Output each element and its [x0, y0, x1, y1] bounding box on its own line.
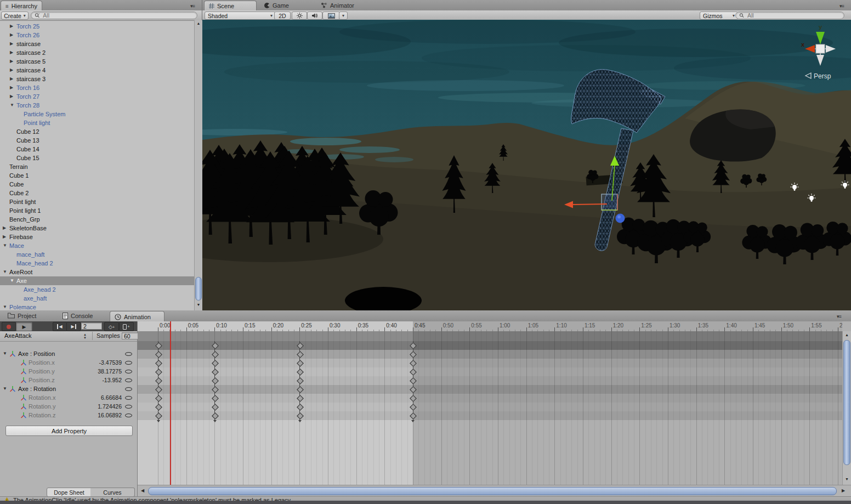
play-button[interactable]: ▶	[16, 322, 32, 331]
effects-dropdown[interactable]: ▾	[339, 12, 348, 20]
hierarchy-item-axe[interactable]: ▼Axe	[0, 276, 194, 285]
curve-toggle-icon[interactable]	[125, 352, 132, 356]
hierarchy-item-axeroot[interactable]: ▼AxeRoot	[0, 268, 194, 276]
curve-toggle-icon[interactable]	[125, 378, 132, 382]
hierarchy-item-torch-26[interactable]: ▶Torch 26	[0, 31, 194, 39]
add-property-button[interactable]: Add Property	[5, 426, 133, 436]
hierarchy-item-torch-25[interactable]: ▶Torch 25	[0, 22, 194, 31]
foldout-arrow[interactable]: ▶	[10, 66, 15, 75]
hierarchy-item-cube-1[interactable]: Cube 1	[0, 171, 194, 180]
shading-mode-dropdown[interactable]: Shaded▾	[205, 12, 276, 20]
hierarchy-item-axe-haft[interactable]: axe_haft	[0, 294, 194, 303]
tab-game[interactable]: Game	[260, 0, 293, 10]
tab-console[interactable]: Console	[58, 310, 97, 321]
frame-number-field[interactable]	[81, 322, 102, 330]
scroll-up-icon[interactable]: ▲	[843, 333, 851, 337]
tab-animator[interactable]: Animator	[316, 0, 359, 10]
hierarchy-item-cube-15[interactable]: Cube 15	[0, 154, 194, 162]
dopesheet-vscrollbar[interactable]: ▲ ▼	[842, 331, 851, 485]
foldout-arrow[interactable]: ▶	[10, 75, 15, 83]
hierarchy-item-cube-2[interactable]: Cube 2	[0, 189, 194, 197]
hierarchy-scrollbar-thumb[interactable]	[195, 277, 202, 301]
add-keyframe-button[interactable]: ◇+	[104, 322, 119, 331]
scroll-down-icon[interactable]: ▼	[195, 303, 202, 307]
add-event-button[interactable]: +	[119, 322, 134, 331]
curve-toggle-icon[interactable]	[125, 396, 132, 400]
property-row-axe-position[interactable]: ▼Axe : Position	[0, 349, 137, 358]
curve-toggle-icon[interactable]	[125, 387, 132, 391]
hierarchy-scrollbar[interactable]: ▲ ▼	[194, 20, 202, 310]
scene-audio-button[interactable]	[307, 12, 322, 20]
property-row-rotation-z[interactable]: Rotation.z16.06892	[0, 411, 137, 420]
clip-dropdown-arrows[interactable]: ▲▼	[83, 333, 87, 339]
foldout-arrow[interactable]: ▶	[10, 22, 15, 31]
hierarchy-item-torch-27[interactable]: ▶Torch 27	[0, 92, 194, 101]
property-row-position-x[interactable]: Position.x-3.47539	[0, 358, 137, 367]
tab-hierarchy[interactable]: ≡ Hierarchy	[1, 1, 42, 11]
dopesheet-hscrollbar[interactable]: ◀ ▶	[138, 485, 851, 496]
scene-search[interactable]	[735, 12, 844, 19]
foldout-arrow[interactable]: ▼	[3, 268, 8, 276]
hierarchy-item-mace-haft[interactable]: mace_haft	[0, 250, 194, 259]
dope-sheet-button[interactable]: Dope Sheet	[47, 488, 92, 497]
hierarchy-item-staircase-4[interactable]: ▶staircase 4	[0, 66, 194, 75]
property-row-rotation-x[interactable]: Rotation.x6.66684	[0, 393, 137, 402]
foldout-arrow[interactable]: ▶	[10, 31, 15, 39]
foldout-arrow[interactable]: ▼	[10, 101, 15, 110]
curves-button[interactable]: Curves	[90, 488, 135, 497]
timeline-ruler[interactable]: 0:000:050:100:150:200:250:300:350:400:45…	[138, 321, 842, 332]
property-row-axe-rotation[interactable]: ▼Axe : Rotation	[0, 384, 137, 393]
curve-toggle-icon[interactable]	[125, 361, 132, 365]
property-foldout[interactable]: ▼	[3, 384, 7, 393]
property-value[interactable]: 16.06892	[98, 411, 122, 420]
foldout-arrow[interactable]: ▼	[10, 276, 15, 285]
gizmos-dropdown[interactable]: Gizmos▾	[700, 12, 738, 20]
scroll-up-icon[interactable]: ▲	[195, 21, 202, 25]
samples-field[interactable]	[122, 332, 138, 339]
foldout-arrow[interactable]: ▼	[3, 303, 8, 310]
hierarchy-item-cube[interactable]: Cube	[0, 180, 194, 189]
scroll-down-icon[interactable]: ▼	[843, 477, 851, 481]
foldout-arrow[interactable]: ▶	[10, 39, 15, 48]
hierarchy-item-cube-12[interactable]: Cube 12	[0, 127, 194, 136]
hierarchy-search-input[interactable]	[42, 12, 194, 19]
hierarchy-item-polemace[interactable]: ▼Polemace	[0, 303, 194, 310]
record-button[interactable]	[2, 322, 16, 331]
panel-menu-icon[interactable]: ▾≡	[837, 314, 841, 319]
property-value[interactable]: 6.66684	[101, 393, 122, 402]
tab-scene[interactable]: Scene	[204, 1, 257, 11]
hierarchy-item-terrain[interactable]: Terrain	[0, 162, 194, 171]
curve-toggle-icon[interactable]	[125, 370, 132, 373]
hierarchy-item-staircase-5[interactable]: ▶staircase 5	[0, 57, 194, 66]
hierarchy-item-mace-head-2[interactable]: Mace_head 2	[0, 259, 194, 268]
scene-lighting-button[interactable]	[292, 12, 307, 20]
playhead[interactable]	[170, 321, 171, 485]
next-key-button[interactable]: ▶	[66, 322, 81, 331]
property-value[interactable]: -3.47539	[99, 358, 122, 367]
hierarchy-item-torch-28[interactable]: ▼Torch 28	[0, 101, 194, 110]
panel-menu-icon[interactable]: ▾≡	[839, 4, 844, 8]
first-key-button[interactable]: ◀	[53, 322, 67, 331]
property-row-position-y[interactable]: Position.y38.17275	[0, 367, 137, 376]
hierarchy-item-point-light[interactable]: Point light	[0, 197, 194, 206]
hierarchy-item-point-light[interactable]: Point light	[0, 118, 194, 127]
hierarchy-item-firebase[interactable]: ▶Firebase	[0, 233, 194, 241]
property-foldout[interactable]: ▼	[3, 349, 7, 358]
hierarchy-item-particle-system[interactable]: Particle System	[0, 110, 194, 118]
dopesheet-hscroll-thumb[interactable]	[148, 487, 837, 495]
hierarchy-item-staircase-3[interactable]: ▶staircase 3	[0, 75, 194, 83]
hierarchy-item-staircase[interactable]: ▶staircase	[0, 39, 194, 48]
hierarchy-search[interactable]	[31, 12, 197, 19]
scroll-left-icon[interactable]: ◀	[141, 488, 144, 493]
scene-effects-button[interactable]	[322, 12, 340, 20]
clip-dropdown[interactable]: AxeAttack	[4, 332, 32, 339]
hierarchy-item-point-light-1[interactable]: Point light 1	[0, 206, 194, 215]
property-row-position-z[interactable]: Position.z-13.952	[0, 376, 137, 384]
property-value[interactable]: -13.952	[102, 376, 122, 384]
panel-menu-icon[interactable]: ▾≡	[190, 4, 195, 8]
dopesheet-vscroll-thumb[interactable]	[843, 340, 850, 465]
scene-search-input[interactable]	[746, 12, 841, 19]
hierarchy-item-staircase-2[interactable]: ▶staircase 2	[0, 48, 194, 57]
property-value[interactable]: 38.17275	[98, 367, 122, 376]
tab-animation[interactable]: Animation	[110, 311, 164, 322]
